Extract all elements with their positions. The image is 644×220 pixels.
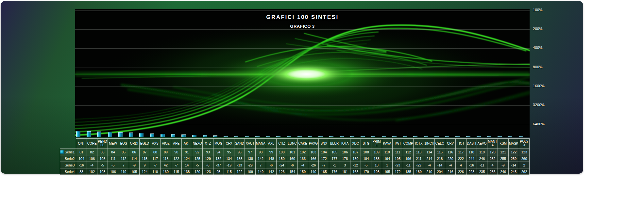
col-header-NEXO[interactable]: NEXO	[192, 139, 203, 149]
col-header-AXS[interactable]: AXS	[150, 139, 161, 149]
cell-EGLD-serie3[interactable]: 9	[139, 162, 150, 168]
cell-AIOZ-serie2[interactable]: 118	[161, 155, 171, 162]
cell-POLYX-serie1[interactable]: 123	[519, 149, 529, 155]
col-header-CORE[interactable]: CORE	[87, 139, 97, 149]
bar-SAND[interactable]	[234, 136, 238, 137]
cell-CAKE-serie1[interactable]: 102	[297, 149, 308, 155]
cell-PAXG-serie4[interactable]: 140	[308, 168, 318, 175]
col-header-IOTA[interactable]: IOTA	[340, 139, 350, 149]
cell-AXS-serie4[interactable]: 110	[150, 168, 161, 175]
cell-PRIME-serie2[interactable]: 185	[371, 155, 382, 162]
cell-XAUT-serie3[interactable]: -29	[245, 162, 255, 168]
cell-CORE-serie3[interactable]: -4	[87, 162, 97, 168]
col-header-MANTA[interactable]: MANTA	[487, 139, 498, 149]
bar-HOT[interactable]	[455, 136, 460, 137]
cell-IOTA-serie2[interactable]: 178	[340, 155, 350, 162]
cell-MANTA-serie2[interactable]: 252	[487, 155, 498, 162]
cell-BLUR-serie2[interactable]: 177	[329, 155, 340, 162]
cell-IOTX-serie3[interactable]: -22	[414, 162, 424, 168]
col-header-KSM[interactable]: KSM	[498, 139, 508, 149]
cell-CORE-serie4[interactable]: 102	[87, 168, 97, 175]
cell-XAUT-serie1[interactable]: 97	[245, 149, 255, 155]
cell-MOG-serie2[interactable]: 132	[213, 155, 224, 162]
cell-APE-serie3[interactable]: -7	[171, 162, 181, 168]
cell-KAVA-serie2[interactable]: 194	[382, 155, 392, 162]
cell-AXS-serie1[interactable]: 88	[150, 149, 161, 155]
cell-BLUR-serie3[interactable]: -1	[329, 162, 340, 168]
cell-KSM-serie3[interactable]: -9	[498, 162, 508, 168]
cell-QNT-serie3[interactable]: -16	[76, 162, 87, 168]
cell-CELO-serie1[interactable]: 115	[434, 149, 445, 155]
col-header-POLYX[interactable]: POLYX	[519, 139, 529, 149]
cell-XDC-serie4[interactable]: 168	[350, 168, 361, 175]
col-header-KAVA[interactable]: KAVA	[382, 139, 392, 149]
cell-HOT-serie3[interactable]: 4	[456, 162, 466, 168]
cell-CAKE-serie4[interactable]: 159	[297, 168, 308, 175]
bar-XAUT[interactable]	[245, 136, 249, 137]
col-header-AXL[interactable]: AXL	[266, 139, 276, 149]
cell-COMP-serie4[interactable]: 185	[403, 168, 414, 175]
cell-AEVO-serie1[interactable]: 119	[477, 149, 487, 155]
cell-PENDLE-serie4[interactable]: 103	[97, 168, 108, 175]
col-header-HOT[interactable]: HOT	[456, 139, 466, 149]
col-header-BLUR[interactable]: BLUR	[329, 139, 340, 149]
bar-QNT[interactable]	[76, 131, 80, 137]
bar-BLUR[interactable]	[329, 136, 333, 137]
cell-AXS-serie2[interactable]: 117	[150, 155, 161, 162]
cell-XDC-serie1[interactable]: 107	[350, 149, 361, 155]
bar-LUNC[interactable]	[287, 136, 291, 137]
bar-KSM[interactable]	[498, 136, 502, 137]
col-header-MANA[interactable]: MANA	[255, 139, 266, 149]
col-header-PRIME[interactable]: PRIME	[371, 139, 382, 149]
cell-SNX-serie1[interactable]: 104	[319, 149, 329, 155]
col-header-AIOZ[interactable]: AIOZ	[161, 139, 171, 149]
cell-KSM-serie2[interactable]: 255	[498, 155, 508, 162]
cell-AEVO-serie3[interactable]: -11	[477, 162, 487, 168]
cell-APE-serie1[interactable]: 90	[171, 149, 181, 155]
cell-HOT-serie4[interactable]: 226	[456, 168, 466, 175]
cell-1INCH-serie2[interactable]: 214	[424, 155, 434, 162]
bar-MEW[interactable]	[108, 132, 112, 137]
cell-COMP-serie1[interactable]: 112	[403, 149, 414, 155]
cell-TWT-serie3[interactable]: -23	[392, 162, 403, 168]
cell-CELO-serie2[interactable]: 218	[434, 155, 445, 162]
cell-EOS-serie4[interactable]: 119	[118, 168, 129, 175]
cell-MASK-serie3[interactable]: -14	[508, 162, 519, 168]
col-header-XAUT[interactable]: XAUT	[245, 139, 255, 149]
bar-POLYX[interactable]	[519, 136, 523, 137]
bar-MANTA[interactable]	[487, 136, 491, 137]
cell-CORE-serie2[interactable]: 106	[87, 155, 97, 162]
col-header-EGLD[interactable]: EGLD	[139, 139, 150, 149]
bar-TWT[interactable]	[392, 136, 397, 137]
bar-CFX[interactable]	[224, 136, 228, 137]
bar-APE[interactable]	[171, 134, 175, 137]
cell-KSM-serie4[interactable]: 246	[498, 168, 508, 175]
cell-BTG-serie3[interactable]: -5	[361, 162, 371, 168]
cell-AKT-serie3[interactable]: 14	[181, 162, 192, 168]
cell-SAND-serie1[interactable]: 96	[234, 149, 245, 155]
bar-MOG[interactable]	[213, 135, 217, 137]
cell-AXS-serie3[interactable]: -7	[150, 162, 161, 168]
col-header-MASK[interactable]: MASK	[508, 139, 519, 149]
cell-CFX-serie4[interactable]: 115	[224, 168, 234, 175]
cell-POLYX-serie2[interactable]: 260	[519, 155, 529, 162]
cell-CORE-serie1[interactable]: 82	[87, 149, 97, 155]
cell-CAKE-serie3[interactable]: -4	[297, 162, 308, 168]
cell-1INCH-serie3[interactable]: -4	[424, 162, 434, 168]
cell-XTZ-serie3[interactable]: -6	[203, 162, 213, 168]
cell-SAND-serie3[interactable]: -13	[234, 162, 245, 168]
cell-POLYX-serie3[interactable]: 2	[519, 162, 529, 168]
bar-CHZ[interactable]	[276, 136, 280, 137]
cell-SNX-serie4[interactable]: 165	[319, 168, 329, 175]
col-header-XTZ[interactable]: XTZ	[203, 139, 213, 149]
cell-EOS-serie3[interactable]: 7	[118, 162, 129, 168]
cell-SNX-serie3[interactable]: -7	[319, 162, 329, 168]
cell-MEW-serie2[interactable]: 111	[108, 155, 118, 162]
cell-CHZ-serie2[interactable]: 150	[277, 155, 287, 162]
cell-TWT-serie4[interactable]: 172	[392, 168, 403, 175]
col-header-EOS[interactable]: EOS	[118, 139, 129, 149]
cell-EGLD-serie4[interactable]: 124	[139, 168, 150, 175]
col-header-BTG[interactable]: BTG	[361, 139, 371, 149]
row-label-serie3[interactable]: Serie3	[60, 162, 76, 168]
col-header-SNX[interactable]: SNX	[319, 139, 329, 149]
